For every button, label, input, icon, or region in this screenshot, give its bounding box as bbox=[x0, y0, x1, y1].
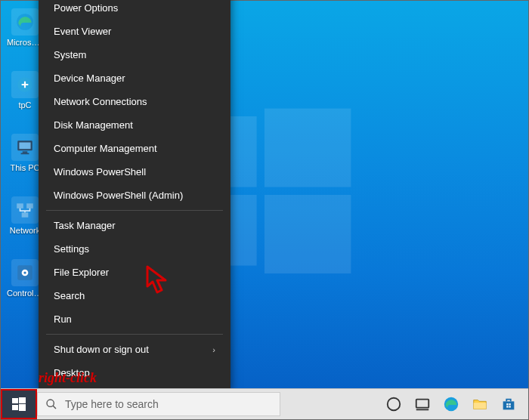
desktop-icon-controlpanel[interactable]: Control Panel bbox=[7, 259, 43, 298]
svg-rect-7 bbox=[19, 143, 30, 150]
svg-rect-9 bbox=[21, 153, 29, 155]
desktop-icon-column: Microsoft EdgetpCThis PCNetworkControl P… bbox=[7, 8, 43, 298]
winx-item-device-manager[interactable]: Device Manager bbox=[39, 66, 230, 90]
desktop-icon-label: Control Panel bbox=[7, 289, 43, 298]
winx-item-label: Task Manager bbox=[54, 220, 116, 231]
chevron-right-icon: › bbox=[212, 345, 215, 354]
edge-icon[interactable] bbox=[442, 395, 460, 413]
microsoft-store-icon[interactable] bbox=[500, 395, 518, 413]
winx-item-disk-management[interactable]: Disk Management bbox=[39, 113, 230, 137]
controlpanel-icon bbox=[11, 259, 39, 286]
desktop-icon-label: Microsoft Edge bbox=[7, 38, 43, 47]
winx-separator bbox=[46, 210, 223, 211]
winx-item-computer-management[interactable]: Computer Management bbox=[39, 137, 230, 160]
taskbar: Type here to search bbox=[1, 388, 528, 419]
svg-rect-18 bbox=[12, 405, 18, 410]
svg-rect-19 bbox=[19, 404, 26, 411]
desktop-icon-label: tpC bbox=[18, 100, 31, 110]
winx-item-label: File Explorer bbox=[54, 267, 109, 278]
winx-item-run[interactable]: Run bbox=[39, 307, 230, 331]
winx-item-search[interactable]: Search bbox=[39, 284, 230, 307]
winx-item-settings[interactable]: Settings bbox=[39, 237, 230, 261]
taskbar-search-placeholder: Type here to search bbox=[65, 398, 159, 410]
svg-point-20 bbox=[47, 400, 54, 406]
desktop-icon-label: This PC bbox=[10, 163, 39, 172]
winx-item-label: Windows PowerShell bbox=[54, 166, 146, 178]
winx-item-label: Network Connections bbox=[54, 96, 147, 107]
winx-item-power-options[interactable]: Power Options bbox=[39, 0, 230, 20]
winx-item-file-explorer[interactable]: File Explorer bbox=[39, 261, 230, 284]
svg-rect-26 bbox=[474, 403, 487, 409]
search-icon bbox=[45, 398, 57, 410]
svg-rect-29 bbox=[509, 403, 510, 405]
winx-item-label: Windows PowerShell (Admin) bbox=[54, 190, 183, 201]
winx-item-windows-powershell[interactable]: Windows PowerShell bbox=[39, 160, 230, 184]
winx-item-label: Device Manager bbox=[54, 73, 125, 84]
task-view-icon[interactable] bbox=[413, 395, 432, 413]
taskbar-pinned-apps bbox=[374, 389, 528, 419]
winx-item-task-manager[interactable]: Task Manager bbox=[39, 214, 230, 237]
winx-item-shut-down-or-sign-out[interactable]: Shut down or sign out› bbox=[39, 338, 230, 361]
svg-rect-27 bbox=[503, 401, 515, 409]
svg-rect-1 bbox=[264, 109, 351, 187]
tpc-icon bbox=[11, 71, 39, 98]
taskbar-search[interactable]: Type here to search bbox=[37, 392, 280, 416]
svg-rect-11 bbox=[26, 203, 33, 208]
desktop-icon-label: Network bbox=[10, 226, 40, 235]
winx-item-label: Run bbox=[54, 313, 72, 325]
svg-rect-28 bbox=[506, 403, 508, 405]
cortana-ring-icon[interactable] bbox=[385, 395, 403, 413]
taskbar-spacer bbox=[280, 389, 374, 419]
start-button[interactable] bbox=[1, 389, 37, 419]
svg-rect-10 bbox=[17, 203, 23, 208]
svg-rect-30 bbox=[506, 406, 508, 407]
desktop-icon-tpc[interactable]: tpC bbox=[7, 71, 43, 110]
winx-context-menu: Apps and FeaturesPower OptionsEvent View… bbox=[39, 0, 230, 389]
network-icon bbox=[11, 196, 39, 224]
svg-rect-17 bbox=[19, 397, 26, 403]
svg-rect-16 bbox=[12, 398, 18, 403]
winx-separator bbox=[46, 334, 223, 335]
winx-item-event-viewer[interactable]: Event Viewer bbox=[39, 20, 230, 43]
windows-logo-icon bbox=[12, 397, 26, 411]
svg-point-22 bbox=[388, 398, 401, 411]
winx-item-label: System bbox=[54, 49, 86, 60]
svg-rect-8 bbox=[23, 151, 28, 153]
svg-rect-31 bbox=[509, 406, 510, 407]
svg-point-15 bbox=[23, 271, 26, 273]
winx-item-label: Shut down or sign out bbox=[54, 344, 149, 355]
winx-item-label: Event Viewer bbox=[54, 26, 111, 37]
winx-item-desktop[interactable]: Desktop bbox=[39, 361, 230, 384]
winx-item-label: Computer Management bbox=[54, 143, 157, 154]
svg-rect-23 bbox=[416, 400, 429, 408]
desktop-icon-thispc[interactable]: This PC bbox=[7, 134, 43, 172]
edge-icon bbox=[11, 8, 39, 36]
desktop-icon-network[interactable]: Network bbox=[7, 196, 43, 235]
winx-item-windows-powershell-admin[interactable]: Windows PowerShell (Admin) bbox=[39, 184, 230, 207]
svg-rect-12 bbox=[22, 212, 29, 218]
file-explorer-icon[interactable] bbox=[471, 395, 489, 413]
winx-item-label: Settings bbox=[54, 243, 89, 255]
winx-item-label: Power Options bbox=[54, 2, 118, 14]
svg-rect-3 bbox=[264, 195, 351, 273]
svg-line-21 bbox=[53, 406, 56, 409]
winx-item-label: Search bbox=[54, 290, 85, 301]
winx-item-network-connections[interactable]: Network Connections bbox=[39, 90, 230, 113]
desktop-icon-edge[interactable]: Microsoft Edge bbox=[7, 8, 43, 47]
winx-item-system[interactable]: System bbox=[39, 43, 230, 66]
winx-item-label: Disk Management bbox=[54, 119, 133, 131]
screenshot-frame: Microsoft EdgetpCThis PCNetworkControl P… bbox=[0, 0, 529, 420]
winx-item-label: Desktop bbox=[54, 367, 90, 378]
thispc-icon bbox=[11, 134, 39, 161]
